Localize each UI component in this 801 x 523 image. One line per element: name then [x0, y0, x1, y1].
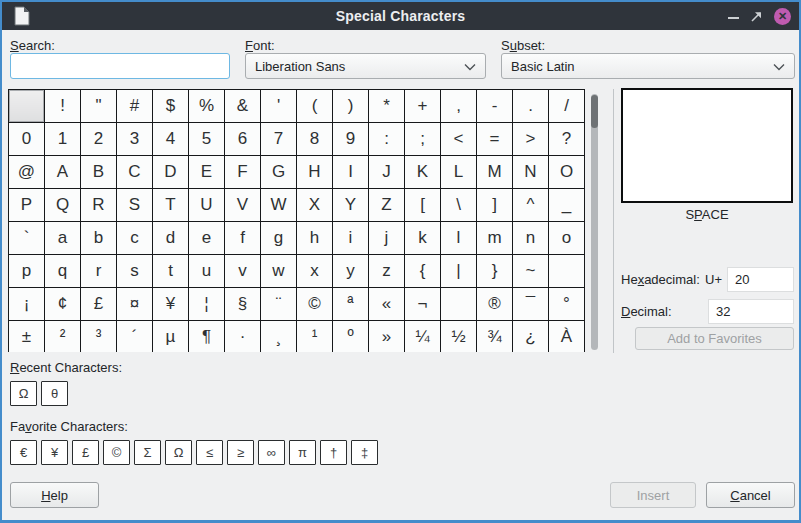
char-cell[interactable]: v — [225, 255, 261, 288]
char-cell[interactable]: º — [333, 321, 369, 353]
char-cell[interactable]: 1 — [45, 123, 81, 156]
char-box[interactable]: ≥ — [227, 440, 254, 465]
char-cell[interactable]: ± — [9, 321, 45, 353]
char-cell[interactable]: ¯ — [513, 288, 549, 321]
close-button[interactable]: ✕ — [774, 8, 791, 25]
search-input[interactable] — [10, 53, 230, 79]
char-cell[interactable]: i — [333, 222, 369, 255]
char-cell[interactable]: m — [477, 222, 513, 255]
char-cell[interactable]: ? — [549, 123, 585, 156]
char-cell[interactable]: h — [297, 222, 333, 255]
char-box[interactable]: θ — [41, 381, 68, 406]
char-box[interactable]: Ω — [165, 440, 192, 465]
char-cell[interactable]: ¬ — [405, 288, 441, 321]
char-cell[interactable]: 7 — [261, 123, 297, 156]
char-cell[interactable]: E — [189, 156, 225, 189]
char-cell[interactable]: z — [369, 255, 405, 288]
minimize-button[interactable] — [728, 17, 739, 19]
char-cell[interactable]: 0 — [9, 123, 45, 156]
insert-button[interactable]: Insert — [610, 482, 696, 508]
char-box[interactable]: £ — [72, 440, 99, 465]
subset-combobox[interactable]: Basic Latin — [501, 53, 795, 79]
char-cell[interactable]: 9 — [333, 123, 369, 156]
char-cell[interactable]: @ — [9, 156, 45, 189]
char-cell[interactable]: ¿ — [513, 321, 549, 353]
char-cell[interactable]: R — [81, 189, 117, 222]
char-cell[interactable]: Y — [333, 189, 369, 222]
char-cell[interactable]: f — [225, 222, 261, 255]
grid-scrollbar[interactable] — [591, 94, 598, 350]
char-cell[interactable]: X — [297, 189, 333, 222]
char-cell[interactable]: ¸ — [261, 321, 297, 353]
char-cell[interactable]: ; — [405, 123, 441, 156]
char-cell[interactable]: Z — [369, 189, 405, 222]
char-cell[interactable]: F — [225, 156, 261, 189]
char-cell[interactable]: ¶ — [189, 321, 225, 353]
char-cell[interactable]: µ — [153, 321, 189, 353]
char-box[interactable]: ∞ — [258, 440, 285, 465]
char-cell[interactable]: x — [297, 255, 333, 288]
char-cell[interactable]: À — [549, 321, 585, 353]
char-cell[interactable]: P — [9, 189, 45, 222]
char-cell[interactable]: ¤ — [117, 288, 153, 321]
char-cell[interactable]: / — [549, 90, 585, 123]
char-cell[interactable]: B — [81, 156, 117, 189]
char-cell[interactable]: } — [477, 255, 513, 288]
char-cell[interactable]: ] — [477, 189, 513, 222]
titlebar[interactable]: Special Characters ✕ — [2, 2, 799, 30]
char-cell[interactable]: · — [225, 321, 261, 353]
char-cell[interactable]: u — [189, 255, 225, 288]
char-cell[interactable]: 3 — [117, 123, 153, 156]
char-box[interactable]: © — [103, 440, 130, 465]
char-cell[interactable]: w — [261, 255, 297, 288]
char-cell[interactable]: g — [261, 222, 297, 255]
char-cell[interactable]: = — [477, 123, 513, 156]
char-cell[interactable]: U — [189, 189, 225, 222]
char-cell[interactable]: { — [405, 255, 441, 288]
char-cell[interactable]: b — [81, 222, 117, 255]
char-cell[interactable]: ( — [297, 90, 333, 123]
char-cell[interactable]: ¡ — [9, 288, 45, 321]
char-cell[interactable]: # — [117, 90, 153, 123]
char-cell[interactable]: s — [117, 255, 153, 288]
char-cell[interactable]: a — [45, 222, 81, 255]
char-cell[interactable]: * — [369, 90, 405, 123]
char-cell[interactable] — [549, 255, 585, 288]
char-cell[interactable]: q — [45, 255, 81, 288]
char-cell[interactable]: T — [153, 189, 189, 222]
char-box[interactable]: ‡ — [351, 440, 378, 465]
char-cell[interactable]: | — [441, 255, 477, 288]
char-box[interactable]: ≤ — [196, 440, 223, 465]
char-cell[interactable]: " — [81, 90, 117, 123]
hexadecimal-input[interactable] — [727, 267, 794, 292]
char-cell[interactable]: Q — [45, 189, 81, 222]
char-cell[interactable]: W — [261, 189, 297, 222]
char-cell[interactable]: M — [477, 156, 513, 189]
char-cell[interactable]: J — [369, 156, 405, 189]
char-cell[interactable]: % — [189, 90, 225, 123]
char-cell[interactable]: ¢ — [45, 288, 81, 321]
char-cell[interactable]: D — [153, 156, 189, 189]
char-cell[interactable]: 8 — [297, 123, 333, 156]
char-cell[interactable]: _ — [549, 189, 585, 222]
char-cell[interactable]: A — [45, 156, 81, 189]
cancel-button[interactable]: Cancel — [706, 482, 795, 508]
char-cell[interactable]: N — [513, 156, 549, 189]
char-cell[interactable]: O — [549, 156, 585, 189]
char-cell[interactable]: ` — [9, 222, 45, 255]
char-cell[interactable]: e — [189, 222, 225, 255]
decimal-input[interactable] — [708, 299, 794, 324]
char-cell[interactable]: ª — [333, 288, 369, 321]
char-cell[interactable]: L — [441, 156, 477, 189]
char-cell[interactable]: . — [513, 90, 549, 123]
char-cell[interactable]: ^ — [513, 189, 549, 222]
char-cell[interactable]: ¦ — [189, 288, 225, 321]
char-cell[interactable]: § — [225, 288, 261, 321]
char-cell[interactable]: ) — [333, 90, 369, 123]
char-cell[interactable]: 5 — [189, 123, 225, 156]
char-cell[interactable]: r — [81, 255, 117, 288]
char-cell[interactable]: 2 — [81, 123, 117, 156]
char-cell[interactable]: o — [549, 222, 585, 255]
char-cell[interactable] — [441, 288, 477, 321]
char-cell[interactable]: H — [297, 156, 333, 189]
